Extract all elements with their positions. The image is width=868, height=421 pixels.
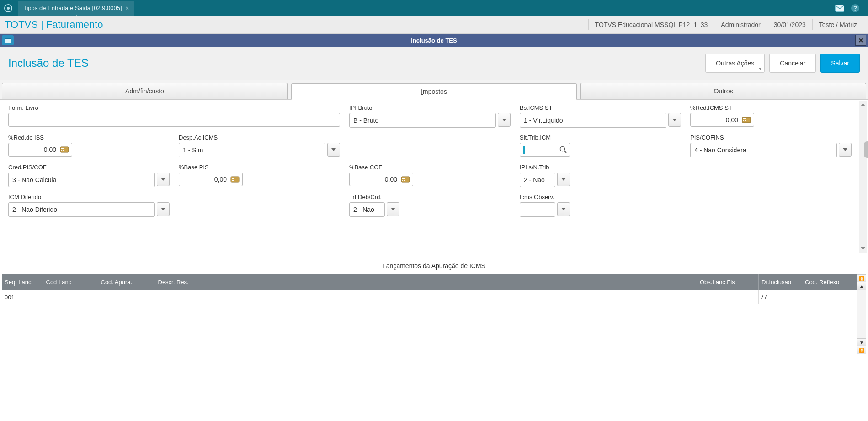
- env-label: TOTVS Educacional MSSQL P12_1_33: [588, 19, 714, 30]
- label-pred-icms-st: %Red.ICMS ST: [690, 104, 852, 111]
- cancel-button[interactable]: Cancelar: [769, 54, 816, 73]
- svg-rect-22: [402, 178, 405, 179]
- svg-rect-19: [232, 180, 233, 181]
- select-ipi-sntrib[interactable]: 2 - Nao: [520, 173, 555, 187]
- window-tab[interactable]: Tipos de Entrada e Saída [02.9.0005] ×: [18, 1, 134, 16]
- dialog-close-button[interactable]: ✕: [855, 35, 866, 46]
- select-cred-pis-cof[interactable]: 3 - Nao Calcula: [8, 173, 155, 187]
- col-reflexo[interactable]: Cod. Reflexo: [802, 274, 857, 290]
- mail-icon[interactable]: [835, 5, 844, 12]
- table-row[interactable]: [2, 304, 857, 359]
- help-icon[interactable]: ?: [851, 4, 860, 13]
- select-desp-ac-icms[interactable]: 1 - Sim: [179, 143, 325, 157]
- input-form-livro[interactable]: [8, 113, 340, 127]
- window-tab-indicator-icon: [73, 15, 80, 19]
- lookup-sit-trib-icm[interactable]: [520, 143, 570, 157]
- other-actions-label: Outras Ações: [716, 59, 754, 67]
- col-cod-apura[interactable]: Cod. Apura.: [98, 274, 155, 290]
- module-infobar: TOTVS | Faturamento TOTVS Educacional MS…: [0, 16, 868, 34]
- calculator-icon[interactable]: [60, 146, 69, 153]
- cell-descr[interactable]: [155, 290, 697, 304]
- col-obs[interactable]: Obs.Lanc.Fis: [697, 274, 759, 290]
- scroll-thumb[interactable]: [864, 141, 868, 158]
- dropdown-icon[interactable]: [157, 202, 170, 216]
- label-pbase-cof: %Base COF: [349, 164, 511, 171]
- svg-rect-13: [61, 150, 62, 151]
- scroll-down-icon[interactable]: [859, 244, 867, 253]
- svg-rect-24: [404, 180, 405, 181]
- user-label: Administrador: [714, 19, 767, 30]
- table-row[interactable]: 001 / /: [2, 290, 857, 304]
- form-scrollbar[interactable]: [859, 101, 867, 253]
- form-area: Form. Livro IPI Bruto B - Bruto Bs.ICMS …: [2, 100, 857, 254]
- tabs-row: Adm/fin/custo Impostos Outros: [0, 80, 868, 100]
- svg-rect-6: [5, 38, 11, 39]
- grid-up-icon[interactable]: ▲: [857, 282, 866, 290]
- grid-body[interactable]: 001 / /: [2, 290, 857, 358]
- input-pred-icms-st[interactable]: 0,00: [690, 113, 754, 127]
- cell-obs[interactable]: [697, 290, 759, 304]
- window-tab-close-icon[interactable]: ×: [126, 5, 129, 11]
- col-seq[interactable]: Seq. Lanc.: [2, 274, 43, 290]
- cell-cod-apura[interactable]: [98, 290, 155, 304]
- svg-line-16: [564, 151, 567, 153]
- search-icon[interactable]: [559, 146, 567, 153]
- input-pred-iss[interactable]: 0,00: [8, 143, 72, 157]
- label-ipi-bruto: IPI Bruto: [349, 104, 511, 111]
- col-descr[interactable]: Descr. Res.: [155, 274, 697, 290]
- svg-point-1: [7, 7, 10, 10]
- calculator-icon[interactable]: [401, 176, 410, 183]
- select-trf-deb-crd[interactable]: 2 - Nao: [349, 202, 385, 217]
- other-actions-button[interactable]: Outras Ações: [705, 54, 765, 73]
- dropdown-icon[interactable]: [387, 202, 399, 216]
- cursor-icon: [523, 146, 525, 154]
- branch-label: Teste / Matriz: [812, 19, 863, 30]
- dropdown-icon[interactable]: [327, 143, 340, 157]
- dropdown-icon[interactable]: [557, 173, 570, 186]
- label-desp-ac-icms: Desp.Ac.ICMS: [179, 134, 340, 141]
- dropdown-icon[interactable]: [498, 113, 511, 127]
- select-bs-icms-st[interactable]: 1 - Vlr.Liquido: [520, 113, 666, 128]
- grid-last-icon[interactable]: ⏬: [857, 346, 866, 354]
- col-dt[interactable]: Dt.Inclusao: [759, 274, 802, 290]
- cell-seq[interactable]: 001: [2, 290, 43, 304]
- svg-rect-14: [63, 150, 64, 151]
- grid-first-icon[interactable]: ⏫: [857, 275, 866, 282]
- calculator-icon[interactable]: [742, 117, 751, 123]
- window-tab-title: Tipos de Entrada e Saída [02.9.0005]: [23, 5, 122, 11]
- grid-header: Seq. Lanc. Cod Lanc Cod. Apura. Descr. R…: [2, 274, 857, 290]
- select-ipi-bruto[interactable]: B - Bruto: [349, 113, 496, 128]
- cell-reflexo[interactable]: [802, 290, 857, 304]
- label-trf-deb-crd: Trf.Deb/Crd.: [349, 194, 511, 200]
- page-title: Inclusão de TES: [8, 57, 89, 70]
- tab-admfincusto[interactable]: Adm/fin/custo: [2, 83, 288, 99]
- input-pbase-pis[interactable]: 0,00: [179, 173, 243, 186]
- dropdown-icon[interactable]: [157, 173, 170, 186]
- tab-outros[interactable]: Outros: [580, 83, 866, 99]
- calculator-icon[interactable]: [230, 176, 240, 183]
- cell-cod-lanc[interactable]: [43, 290, 98, 304]
- select-pis-cofins[interactable]: 4 - Nao Considera: [690, 143, 837, 157]
- actionbar: Inclusão de TES Outras Ações Cancelar Sa…: [0, 47, 868, 80]
- dialog-icon: [2, 35, 14, 45]
- col-cod-lanc[interactable]: Cod Lanc: [43, 274, 98, 290]
- grid-title: Lançamentos da Apuração de ICMS: [2, 258, 866, 274]
- scroll-up-icon[interactable]: [859, 101, 867, 109]
- svg-rect-12: [61, 148, 64, 149]
- save-button[interactable]: Salvar: [820, 54, 860, 73]
- dropdown-icon[interactable]: [839, 143, 852, 157]
- cell-dt[interactable]: / /: [759, 290, 802, 304]
- label-cred-pis-cof: Cred.PIS/COF: [8, 164, 170, 171]
- app-logo-icon: [0, 0, 16, 16]
- dropdown-icon[interactable]: [557, 202, 570, 216]
- dropdown-icon[interactable]: [668, 113, 681, 127]
- select-icms-observ[interactable]: [520, 202, 555, 217]
- module-title: TOTVS | Faturamento: [5, 19, 103, 31]
- input-pbase-cof[interactable]: 0,00: [349, 173, 413, 186]
- grid-down-icon[interactable]: ▼: [857, 338, 866, 346]
- tab-impostos[interactable]: Impostos: [291, 83, 577, 100]
- svg-rect-11: [60, 147, 69, 152]
- svg-rect-23: [402, 180, 403, 181]
- select-icm-diferido[interactable]: 2 - Nao Diferido: [8, 202, 155, 217]
- cancel-label: Cancelar: [780, 59, 805, 67]
